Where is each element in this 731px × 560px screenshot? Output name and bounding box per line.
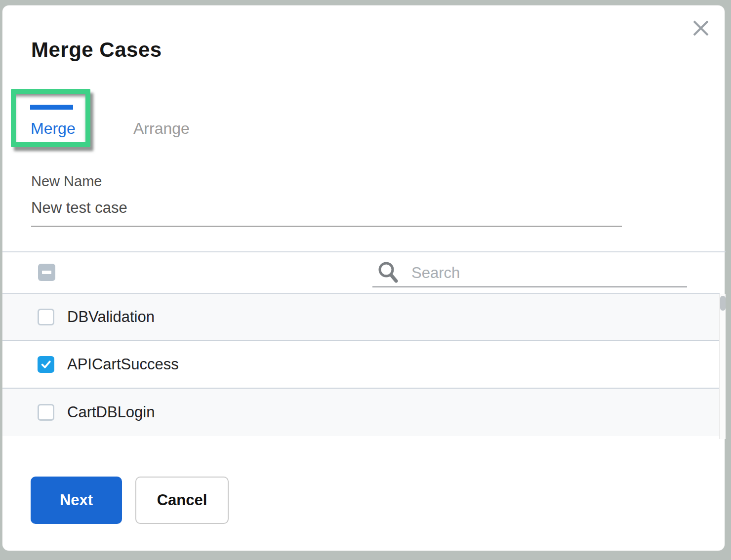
close-icon[interactable] xyxy=(690,17,712,39)
scrollbar-track[interactable] xyxy=(719,294,726,439)
checkbox[interactable] xyxy=(38,356,54,373)
checkbox[interactable] xyxy=(38,404,54,421)
select-all-checkbox[interactable] xyxy=(38,264,55,281)
new-name-label: New Name xyxy=(31,173,102,190)
divider xyxy=(2,251,726,252)
annotation-highlight-box xyxy=(11,89,90,147)
case-label: APICartSuccess xyxy=(67,356,179,373)
tab-arrange[interactable]: Arrange xyxy=(133,120,190,138)
search-underline xyxy=(372,286,687,287)
list-item-apicartsuccess[interactable]: APICartSuccess xyxy=(2,341,720,389)
test-case-list: DBValidation APICartSuccess CartDBLogin xyxy=(2,294,720,436)
search-icon xyxy=(377,260,401,284)
merge-cases-dialog: Merge Cases Merge Arrange New Name DBVal… xyxy=(2,5,725,551)
list-item-dbvalidation[interactable]: DBValidation xyxy=(2,294,720,341)
new-name-input[interactable] xyxy=(31,197,622,227)
next-button[interactable]: Next xyxy=(31,477,122,524)
case-label: CartDBLogin xyxy=(67,403,155,421)
list-item-cartdblogin[interactable]: CartDBLogin xyxy=(2,389,720,436)
case-label: DBValidation xyxy=(67,308,155,326)
checkbox[interactable] xyxy=(38,309,54,325)
page-title: Merge Cases xyxy=(31,38,162,62)
indeterminate-minus-icon xyxy=(42,271,51,274)
cancel-button[interactable]: Cancel xyxy=(135,477,229,524)
search-input[interactable] xyxy=(411,262,683,284)
scrollbar-thumb[interactable] xyxy=(720,296,726,311)
